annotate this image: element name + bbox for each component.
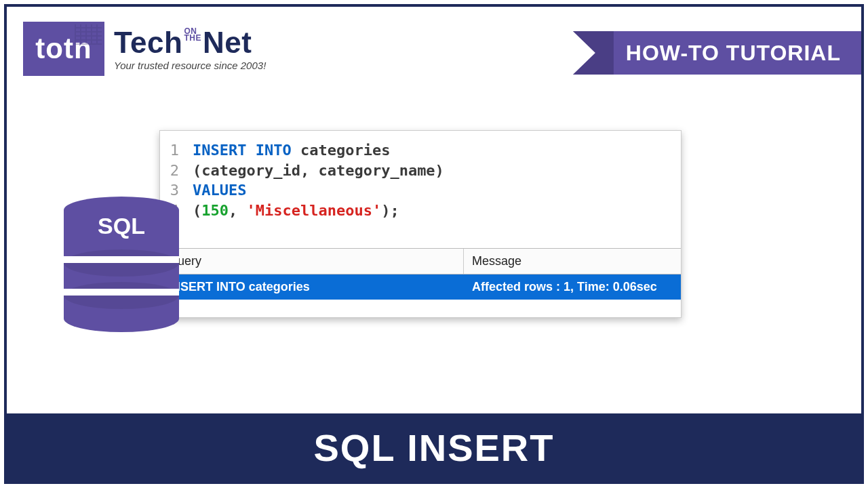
code-line: (150, 'Miscellaneous'); (193, 201, 399, 221)
results-footer-spacer (160, 300, 681, 317)
ribbon-label: HOW-TO TUTORIAL (626, 41, 841, 66)
footer-bar: SQL INSERT (7, 413, 861, 481)
brand-logo: totn TechONTHENet Your trusted resource … (23, 22, 266, 76)
col-query: Query (160, 249, 464, 274)
ribbon-tail (573, 31, 614, 75)
code-line: INSERT INTO categories (193, 140, 390, 161)
logo-tagline: Your trusted resource since 2003! (114, 60, 266, 70)
results-row: INSERT INTO categories Affected rows : 1… (160, 274, 681, 300)
ribbon-body: HOW-TO TUTORIAL (606, 31, 861, 75)
database-icon: SQL (64, 197, 179, 332)
ribbon: HOW-TO TUTORIAL (573, 31, 861, 75)
logo-text: TechONTHENet Your trusted resource since… (114, 28, 266, 70)
logo-badge: totn (23, 22, 104, 76)
slide-frame: totn TechONTHENet Your trusted resource … (4, 4, 864, 484)
database-label: SQL (64, 213, 179, 239)
code-block: 1INSERT INTO categories2(category_id, ca… (160, 131, 681, 248)
sql-editor-panel: 1INSERT INTO categories2(category_id, ca… (159, 130, 682, 318)
cell-message: Affected rows : 1, Time: 0.06sec (464, 274, 681, 300)
logo-badge-text: totn (35, 33, 92, 65)
code-line: VALUES (193, 180, 246, 201)
line-number: 2 (160, 161, 193, 181)
footer-title: SQL INSERT (313, 426, 554, 470)
line-number: 1 (160, 140, 193, 161)
col-message: Message (464, 249, 681, 274)
results-header: Query Message (160, 248, 681, 274)
code-line: (category_id, category_name) (193, 161, 444, 181)
cell-query: INSERT INTO categories (160, 274, 464, 300)
logo-title: TechONTHENet (114, 28, 266, 58)
